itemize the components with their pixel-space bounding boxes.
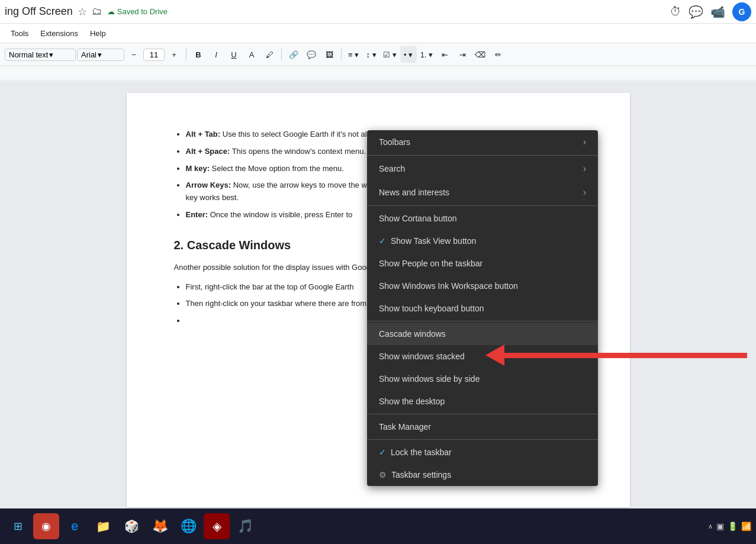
image-button[interactable]: 🖼 — [321, 46, 337, 63]
ctx-sep-4 — [367, 414, 598, 414]
ruler — [0, 66, 756, 81]
taskbar-app2[interactable]: ◈ — [204, 513, 230, 539]
ctx-sep-1 — [367, 155, 598, 156]
arrow-container — [485, 345, 747, 366]
ctx-news-arrow: › — [583, 187, 586, 198]
ctx-taskmanager[interactable]: Task Manager — [367, 416, 598, 438]
arrow-head — [485, 345, 504, 366]
format-clear-button[interactable]: ⌫ — [472, 46, 488, 63]
highlight-button[interactable]: 🖊 — [261, 46, 278, 63]
taskbar-battery-icon[interactable]: 🔋 — [728, 522, 738, 531]
checklist-button[interactable]: ☑ ▾ — [381, 46, 399, 63]
ctx-cortana[interactable]: Show Cortana button — [367, 207, 598, 230]
ctx-cascade-label: Cascade windows — [379, 329, 446, 339]
ctx-taskmanager-label: Task Manager — [379, 422, 431, 432]
ctx-locktaskbar[interactable]: ✓ Lock the taskbar — [367, 441, 598, 463]
ctx-news-label: News and interests — [379, 188, 449, 197]
decrease-font[interactable]: − — [126, 46, 142, 63]
font-size-input[interactable] — [143, 49, 165, 61]
video-icon[interactable]: 📹 — [710, 5, 725, 19]
avatar[interactable]: G — [732, 2, 751, 21]
taskbar-files[interactable]: 📁 — [90, 513, 116, 539]
ctx-stacked-label: Show windows stacked — [379, 352, 465, 361]
ctx-desktop-label: Show the desktop — [379, 397, 445, 406]
ctx-sep-3 — [367, 321, 598, 321]
history-icon[interactable]: ⏱ — [670, 5, 681, 18]
taskbar-windows-icon[interactable]: ▣ — [716, 522, 724, 531]
top-bar-right: ⏱ 💬 📹 G — [670, 2, 751, 21]
ctx-toolbars[interactable]: Toolbars › — [367, 130, 598, 154]
ctx-people[interactable]: Show People on the taskbar — [367, 252, 598, 275]
ctx-taskbarsettings-gear: ⚙ — [379, 470, 387, 479]
ctx-taskview-check: ✓ — [379, 236, 386, 246]
bold-button[interactable]: B — [190, 46, 207, 63]
numbered-list-button[interactable]: 1. ▾ — [418, 46, 435, 63]
taskbar: ⊞ ◉ e 📁 🎲 🦊 🌐 ◈ 🎵 ∧ ▣ 🔋 📶 — [0, 508, 756, 544]
ctx-taskview[interactable]: ✓ Show Task View button — [367, 230, 598, 252]
ctx-cascade[interactable]: Cascade windows — [367, 323, 598, 345]
ctx-search-label: Search — [379, 164, 405, 173]
ctx-sep-5 — [367, 439, 598, 440]
taskbar-app1[interactable]: 🎲 — [118, 513, 144, 539]
saved-to-drive: ☁ Saved to Drive — [107, 7, 168, 16]
indent-less-button[interactable]: ⇤ — [436, 46, 453, 63]
taskbar-cortana[interactable]: ◉ — [33, 513, 59, 539]
taskbar-app3[interactable]: 🎵 — [232, 513, 258, 539]
line-spacing-button[interactable]: ↕ ▾ — [363, 46, 379, 63]
comment-icon[interactable]: 💬 — [689, 5, 703, 19]
menu-help[interactable]: Help — [84, 27, 112, 40]
ctx-search[interactable]: Search › — [367, 157, 598, 181]
doc-title: ing Off Screen — [5, 5, 73, 18]
sep3 — [341, 49, 342, 60]
ctx-news[interactable]: News and interests › — [367, 181, 598, 204]
ctx-taskview-label: Show Task View button — [391, 236, 476, 246]
ctx-touchkeyboard-label: Show touch keyboard button — [379, 304, 484, 313]
taskbar-chrome[interactable]: 🌐 — [175, 513, 201, 539]
star-icon[interactable]: ☆ — [78, 5, 87, 18]
ctx-desktop[interactable]: Show the desktop — [367, 390, 598, 413]
bullet-list-button[interactable]: • ▾ — [400, 46, 417, 63]
ctx-sep-2 — [367, 205, 598, 206]
top-bar: ing Off Screen ☆ 🗂 ☁ Saved to Drive ⏱ 💬 … — [0, 0, 756, 24]
taskbar-firefox[interactable]: 🦊 — [147, 513, 173, 539]
edit-button[interactable]: ✏ — [490, 46, 506, 63]
ctx-sidebyside[interactable]: Show windows side by side — [367, 368, 598, 390]
ctx-taskbarsettings-label: Taskbar settings — [391, 470, 451, 479]
ctx-locktaskbar-check: ✓ — [379, 448, 386, 457]
ctx-people-label: Show People on the taskbar — [379, 259, 482, 268]
sep2 — [281, 49, 282, 60]
italic-button[interactable]: I — [208, 46, 224, 63]
taskbar-notification-arrow[interactable]: ∧ — [708, 523, 713, 530]
menu-extensions[interactable]: Extensions — [34, 27, 84, 40]
font-dropdown[interactable]: Arial ▾ — [77, 49, 124, 61]
ctx-search-arrow: › — [583, 163, 586, 174]
ctx-taskbarsettings[interactable]: ⚙ Taskbar settings — [367, 463, 598, 486]
taskbar-wifi-icon[interactable]: 📶 — [741, 522, 751, 531]
align-button[interactable]: ≡ ▾ — [345, 46, 362, 63]
style-chevron: ▾ — [49, 50, 53, 59]
style-dropdown[interactable]: Normal text ▾ — [5, 49, 76, 61]
taskbar-start[interactable]: ⊞ — [5, 513, 31, 539]
text-color-button[interactable]: A — [243, 46, 260, 63]
red-arrow — [485, 345, 747, 366]
toolbar: Normal text ▾ Arial ▾ − + B I U A 🖊 🔗 💬 … — [0, 43, 756, 66]
sep1 — [186, 49, 186, 60]
increase-font[interactable]: + — [166, 46, 182, 63]
link-button[interactable]: 🔗 — [285, 46, 302, 63]
comment-button[interactable]: 💬 — [303, 46, 320, 63]
ctx-touchkeyboard[interactable]: Show touch keyboard button — [367, 297, 598, 320]
underline-button[interactable]: U — [226, 46, 242, 63]
menu-bar: Tools Extensions Help — [0, 24, 756, 43]
ctx-locktaskbar-label: Lock the taskbar — [391, 448, 452, 457]
menu-tools[interactable]: Tools — [5, 27, 34, 40]
ctx-toolbars-arrow: › — [583, 137, 586, 147]
ctx-inkworkspace[interactable]: Show Windows Ink Workspace button — [367, 275, 598, 297]
folder-icon[interactable]: 🗂 — [92, 5, 102, 18]
ctx-inkworkspace-label: Show Windows Ink Workspace button — [379, 281, 518, 291]
cloud-icon: ☁ — [107, 7, 115, 16]
font-chevron: ▾ — [98, 50, 102, 59]
context-menu: Toolbars › Search › News and interests ›… — [367, 130, 598, 486]
taskbar-edge[interactable]: e — [62, 513, 88, 539]
indent-more-button[interactable]: ⇥ — [454, 46, 471, 63]
arrow-body — [504, 353, 747, 358]
